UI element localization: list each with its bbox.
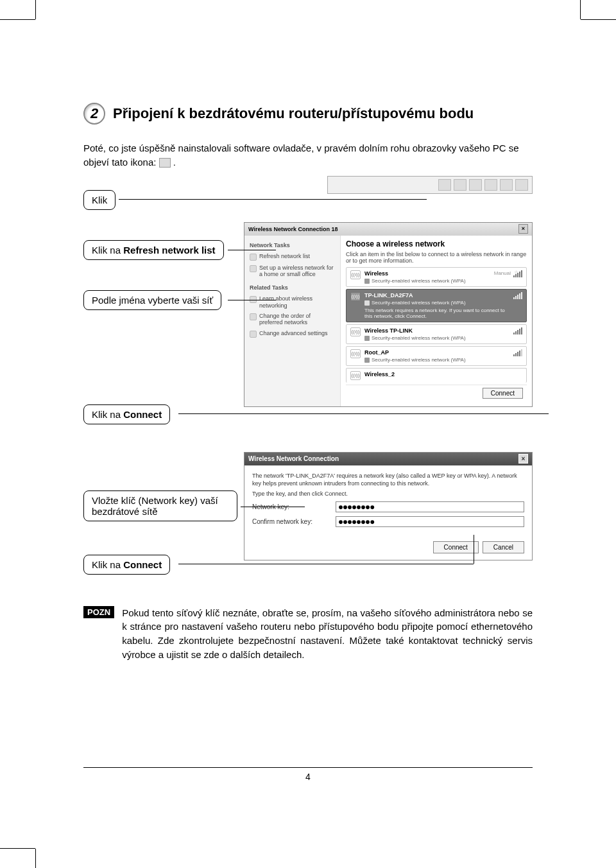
wifi-icon: ((ı))	[350, 292, 361, 301]
network-item[interactable]: ((ı)) Wireless TP-LINK Security-enabled …	[346, 324, 527, 344]
panel-heading: Network Tasks	[250, 242, 335, 248]
crop-mark	[0, 848, 35, 849]
crop-mark	[35, 0, 36, 19]
network-detail: Security-enabled wireless network (WPA)	[372, 357, 466, 363]
tray-icon	[500, 179, 513, 191]
star-icon	[250, 313, 257, 320]
cancel-button[interactable]: Cancel	[483, 541, 524, 553]
wifi-icon: ((ı))	[350, 327, 361, 336]
network-name: Root_AP	[364, 349, 509, 356]
dialog-text: Type the key, and then click Connect.	[252, 490, 524, 498]
network-item-selected[interactable]: ((ı)) TP-LINK_DA2F7A Security-enabled wi…	[346, 289, 527, 322]
network-name: Wireless	[364, 270, 509, 277]
note-text: Pokud tento síťový klíč neznáte, obraťte…	[122, 606, 533, 662]
network-detail: Security-enabled wireless network (WPA)	[372, 278, 466, 284]
callout-line	[119, 199, 427, 200]
lock-icon	[364, 336, 370, 341]
lock-icon	[364, 279, 370, 284]
tray-wireless-icon[interactable]	[484, 179, 497, 191]
dialog-titlebar: Wireless Network Connection ×	[244, 453, 532, 465]
page-footer: 4	[83, 767, 533, 782]
note-badge: POZN	[83, 606, 114, 618]
step-number: 2	[83, 103, 105, 125]
lock-icon	[364, 358, 370, 363]
callout-line	[474, 535, 474, 564]
panel-heading: Related Tasks	[250, 284, 335, 291]
tray-icon	[454, 179, 466, 191]
callout-text: Klik na	[92, 245, 123, 256]
step-title: Připojení k bezdrátovému routeru/přístup…	[113, 105, 474, 122]
dialog-title: Wireless Network Connection	[248, 455, 339, 462]
star-icon: ☆	[514, 270, 518, 275]
refresh-network-list-link[interactable]: Refresh network list	[250, 251, 335, 263]
note-block: POZN Pokud tento síťový klíč neznáte, ob…	[83, 606, 533, 662]
lock-icon	[364, 300, 370, 306]
callout-bold: Connect	[123, 559, 162, 570]
task-panel: Network Tasks Refresh network list Set u…	[244, 236, 341, 407]
callout-bold: Connect	[123, 409, 162, 420]
connect-button[interactable]: Connect	[433, 541, 479, 553]
callout-refresh: Klik na Refresh network list	[83, 240, 224, 260]
crop-mark	[0, 19, 35, 20]
task-label: Learn about wireless networking	[259, 295, 335, 309]
callout-text: Klik na	[92, 409, 123, 420]
confirm-key-input[interactable]	[336, 516, 524, 527]
callout-connect: Klik na Connect	[83, 404, 170, 424]
wifi-icon: ((ı))	[350, 270, 361, 279]
callout-bold: Refresh network list	[123, 245, 215, 256]
crop-mark	[580, 0, 581, 19]
refresh-icon	[250, 254, 257, 261]
callout-line	[228, 300, 276, 300]
diagram-region: Wireless Network Connection 18 × Network…	[83, 176, 533, 587]
network-name: TP-LINK_DA2F7A	[364, 292, 509, 299]
close-icon[interactable]: ×	[518, 454, 528, 464]
callout-line	[241, 507, 305, 507]
page-number: 4	[305, 772, 311, 782]
task-label: Change the order of preferred networks	[259, 313, 335, 326]
wizard-icon	[250, 265, 257, 272]
window-titlebar: Wireless Network Connection 18 ×	[244, 223, 532, 236]
wireless-connection-window: Wireless Network Connection 18 × Network…	[244, 222, 533, 408]
task-label: Set up a wireless network for a home or …	[259, 265, 335, 278]
signal-icon	[513, 292, 522, 299]
callout-select: Podle jména vyberte vaši síť	[83, 290, 221, 310]
crop-mark	[35, 849, 36, 868]
signal-icon	[513, 349, 522, 356]
wifi-icon: ((ı))	[350, 371, 361, 380]
tray-wireless-icon	[159, 158, 171, 168]
step-header: 2 Připojení k bezdrátovému routeru/příst…	[83, 103, 533, 125]
network-item[interactable]: ((ı)) Wireless Security-enabled wireless…	[346, 267, 527, 287]
choose-network-sub: Click an item in the list below to conne…	[346, 251, 527, 265]
gear-icon	[250, 331, 257, 338]
crop-mark	[581, 19, 616, 20]
intro-text: Poté, co jste úspěšně nainstalovali soft…	[83, 141, 533, 169]
callout-line	[228, 250, 276, 250]
advanced-settings-link[interactable]: Change advanced settings	[250, 328, 335, 340]
connect-button[interactable]: Connect	[483, 388, 523, 399]
network-detail: Security-enabled wireless network (WPA)	[372, 300, 466, 306]
network-name: Wireless TP-LINK	[364, 327, 509, 334]
learn-link[interactable]: Learn about wireless networking	[250, 293, 335, 311]
change-order-link[interactable]: Change the order of preferred networks	[250, 311, 335, 328]
callout-line	[178, 413, 549, 414]
intro-span: Poté, co jste úspěšně nainstalovali soft…	[83, 143, 519, 168]
callout-line	[178, 564, 474, 564]
network-item[interactable]: ((ı)) Wireless_2	[346, 368, 527, 383]
choose-network-heading: Choose a wireless network	[346, 239, 527, 248]
tray-icon	[438, 179, 451, 191]
callout-connect-2: Klik na Connect	[83, 555, 170, 575]
task-label: Change advanced settings	[259, 330, 328, 338]
setup-network-link[interactable]: Set up a wireless network for a home or …	[250, 263, 335, 280]
network-item[interactable]: ((ı)) Root_AP Security-enabled wireless …	[346, 346, 527, 366]
network-extra: This network requires a network key. If …	[364, 308, 509, 319]
network-key-input[interactable]	[336, 501, 524, 512]
network-name: Wireless_2	[364, 371, 522, 378]
wifi-icon: ((ı))	[350, 349, 361, 358]
task-label: Refresh network list	[259, 253, 310, 261]
network-detail: Security-enabled wireless network (WPA)	[372, 335, 466, 341]
window-title: Wireless Network Connection 18	[248, 226, 338, 232]
callout-click: Klik	[83, 190, 116, 210]
dialog-text: The network 'TP-LINK_DA2F7A' requires a …	[252, 472, 524, 487]
close-icon[interactable]: ×	[518, 224, 528, 234]
confirm-key-label: Confirm network key:	[252, 518, 329, 525]
